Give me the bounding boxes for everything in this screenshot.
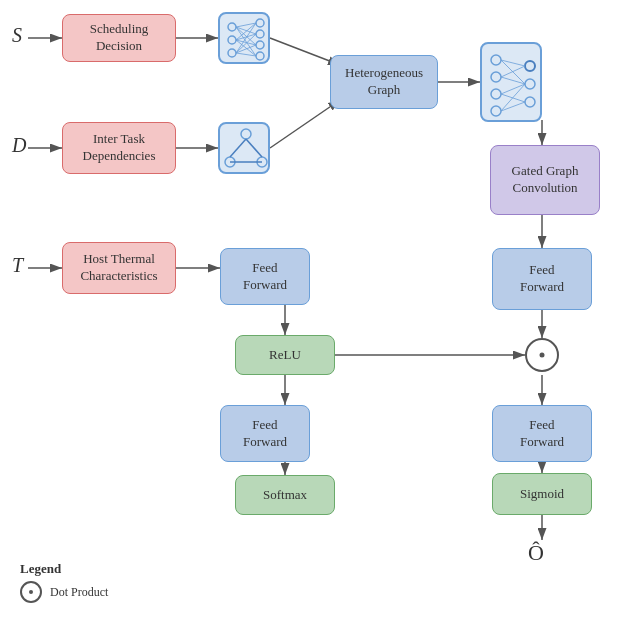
host-thermal-box: Host Thermal Characteristics bbox=[62, 242, 176, 294]
softmax-box: Softmax bbox=[235, 475, 335, 515]
svg-point-23 bbox=[256, 19, 264, 27]
svg-point-22 bbox=[228, 49, 236, 57]
svg-point-21 bbox=[228, 36, 236, 44]
output-label: Ô bbox=[528, 540, 544, 566]
svg-line-52 bbox=[501, 60, 525, 66]
feed-forward-top-right-box: Feed Forward bbox=[492, 248, 592, 310]
svg-point-20 bbox=[228, 23, 236, 31]
svg-point-45 bbox=[491, 55, 501, 65]
svg-line-27 bbox=[236, 23, 256, 27]
legend-dot-product: Dot Product bbox=[20, 581, 108, 603]
var-D: D bbox=[12, 134, 26, 157]
var-T: T bbox=[12, 254, 23, 277]
svg-point-47 bbox=[491, 89, 501, 99]
svg-line-56 bbox=[501, 84, 525, 94]
nn-box-2 bbox=[218, 122, 270, 174]
svg-point-49 bbox=[525, 61, 535, 71]
svg-line-42 bbox=[230, 139, 246, 157]
var-S: S bbox=[12, 24, 22, 47]
svg-line-6 bbox=[270, 100, 340, 148]
nn-box-1 bbox=[218, 12, 270, 64]
gated-graph-conv-box: Gated Graph Convolution bbox=[490, 145, 600, 215]
dot-product-circle bbox=[525, 338, 559, 372]
heterogeneous-graph-box: Heterogeneous Graph bbox=[330, 55, 438, 109]
svg-point-60 bbox=[540, 353, 545, 358]
sigmoid-box: Sigmoid bbox=[492, 473, 592, 515]
svg-line-59 bbox=[501, 84, 525, 111]
svg-line-44 bbox=[246, 139, 262, 157]
arrows-svg bbox=[0, 0, 640, 623]
nn-box-big bbox=[480, 42, 542, 122]
feed-forward-2-box: Feed Forward bbox=[220, 405, 310, 462]
svg-point-24 bbox=[256, 30, 264, 38]
legend: Legend Dot Product bbox=[20, 561, 108, 603]
svg-point-46 bbox=[491, 72, 501, 82]
svg-point-48 bbox=[491, 106, 501, 116]
legend-dot-product-icon bbox=[20, 581, 42, 603]
svg-point-51 bbox=[525, 97, 535, 107]
scheduling-decision-box: Scheduling Decision bbox=[62, 14, 176, 62]
feed-forward-right-bottom-box: Feed Forward bbox=[492, 405, 592, 462]
svg-point-26 bbox=[256, 52, 264, 60]
svg-point-39 bbox=[241, 129, 251, 139]
diagram: S D T Scheduling Decision bbox=[0, 0, 640, 623]
svg-line-54 bbox=[501, 66, 525, 77]
svg-point-50 bbox=[525, 79, 535, 89]
feed-forward-1-box: Feed Forward bbox=[220, 248, 310, 305]
svg-point-61 bbox=[29, 590, 33, 594]
relu-box: ReLU bbox=[235, 335, 335, 375]
inter-task-box: Inter Task Dependencies bbox=[62, 122, 176, 174]
svg-point-25 bbox=[256, 41, 264, 49]
